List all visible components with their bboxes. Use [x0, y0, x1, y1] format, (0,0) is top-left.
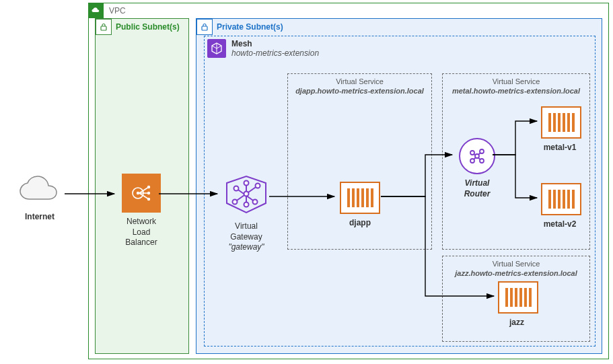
svg-point-26 — [475, 154, 479, 158]
svg-point-23 — [480, 149, 484, 153]
metal-v1-label: metal-v1 — [541, 143, 579, 153]
virtual-router-node: Virtual Router — [456, 138, 498, 199]
router-label: Virtual Router — [456, 178, 498, 199]
svg-point-13 — [233, 200, 238, 205]
svg-point-17 — [244, 181, 249, 186]
internet-label: Internet — [16, 212, 63, 223]
architecture-diagram: Internet VPC Public Subnet(s) Private Su… — [0, 0, 613, 364]
mesh-icon — [207, 39, 226, 58]
djapp-label: djapp — [338, 218, 382, 229]
router-icon — [459, 138, 495, 174]
metal-v2-label: metal-v2 — [541, 219, 579, 230]
public-subnet-icon — [96, 19, 112, 35]
container-icon — [541, 183, 581, 215]
container-icon — [340, 182, 380, 214]
svg-point-7 — [147, 186, 150, 188]
vpc-icon — [89, 3, 104, 18]
gateway-l2: "gateway" — [228, 242, 264, 252]
jazz-node: jazz — [498, 281, 536, 328]
svg-point-15 — [234, 186, 239, 191]
svg-rect-0 — [101, 26, 106, 30]
vpc-label: VPC — [109, 6, 126, 15]
vs-metal-title: Virtual Service metal.howto-metrics-exte… — [443, 77, 589, 96]
svg-point-22 — [470, 159, 474, 163]
metal-v1-node: metal-v1 — [541, 106, 579, 153]
svg-point-18 — [244, 203, 249, 207]
nlb-node: Network Load Balancer — [118, 174, 165, 248]
svg-point-25 — [480, 159, 484, 163]
vs-jazz-hostname: jazz.howto-metrics-extension.local — [455, 269, 577, 277]
vs-jazz-title: Virtual Service jazz.howto-metrics-exten… — [443, 259, 589, 279]
svg-point-16 — [253, 200, 258, 205]
private-subnet-icon — [196, 19, 213, 35]
nlb-icon — [122, 174, 161, 213]
svg-point-19 — [244, 192, 249, 196]
vs-metal-t1: Virtual Service — [493, 77, 540, 85]
cloud-icon — [16, 175, 63, 206]
vpc-header: VPC — [89, 3, 126, 18]
private-subnet-header: Private Subnet(s) — [196, 19, 283, 35]
internet-node: Internet — [16, 175, 63, 223]
container-icon — [498, 281, 538, 314]
vs-metal-hostname: metal.howto-metrics-extension.local — [452, 87, 580, 95]
metal-v2-node: metal-v2 — [541, 183, 579, 230]
public-subnet-header: Public Subnet(s) — [96, 19, 180, 35]
public-subnet-label: Public Subnet(s) — [116, 22, 180, 32]
vs-jazz-t1: Virtual Service — [493, 260, 540, 268]
gateway-label: Virtual Gateway "gateway" — [220, 221, 273, 253]
vs-djapp-title: Virtual Service djapp.howto-metrics-exte… — [288, 77, 431, 96]
mesh-name-text: howto-metrics-extension — [231, 48, 319, 58]
gateway-icon — [223, 174, 270, 215]
svg-point-14 — [256, 184, 260, 188]
svg-rect-1 — [202, 26, 207, 30]
mesh-title-text: Mesh — [231, 39, 252, 48]
svg-point-24 — [470, 151, 474, 155]
svg-point-9 — [147, 198, 150, 201]
nlb-label: Network Load Balancer — [118, 217, 165, 248]
container-icon — [541, 106, 581, 139]
vs-djapp-t1: Virtual Service — [336, 77, 384, 85]
mesh-header: Mesh howto-metrics-extension — [207, 39, 319, 58]
gateway-l1: Virtual Gateway — [230, 221, 262, 242]
jazz-label: jazz — [498, 318, 536, 328]
svg-point-8 — [147, 192, 150, 194]
virtual-gateway-node: Virtual Gateway "gateway" — [220, 174, 273, 253]
djapp-node: djapp — [338, 182, 382, 229]
private-subnet-label: Private Subnet(s) — [217, 22, 283, 32]
svg-point-3 — [137, 192, 139, 194]
vs-djapp-hostname: djapp.howto-metrics-extension.local — [295, 87, 424, 95]
mesh-title: Mesh howto-metrics-extension — [231, 39, 319, 58]
